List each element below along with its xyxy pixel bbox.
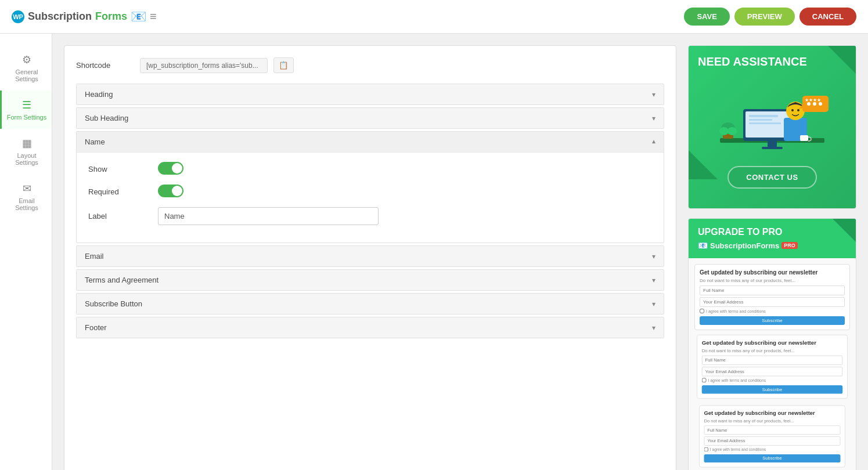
mini-form-2-subscribe-button[interactable]: Subscribe [702,385,843,394]
svg-rect-7 [762,147,783,149]
mini-form-2-title: Get updated by subscribing our newslette… [702,339,843,346]
logo: WP SubscriptionForms 📧 ≡ [12,9,157,24]
field-row-label: Label [88,207,652,225]
svg-rect-4 [749,119,772,121]
mini-form-2-terms-label: I agree with terms and conditions [708,378,766,382]
save-button[interactable]: SAVE [684,8,729,26]
mini-form-3-email-field[interactable] [704,436,841,446]
assistance-title: Need ASSISTANCE [698,55,847,68]
name-label-input[interactable] [158,207,379,225]
preview-button[interactable]: PREVIEW [734,8,795,26]
gear-icon: ⚙ [22,53,31,66]
sidebar-item-general[interactable]: ⚙ General Settings [0,45,52,91]
field-row-show: Show [88,162,652,176]
accordion-heading: Heading ▾ [76,84,664,105]
mini-form-2-terms-checkbox[interactable] [702,378,707,382]
mini-form-3-name-field[interactable] [704,425,841,435]
mini-form-1-terms-label: I agree with terms and conditions [706,309,766,313]
mini-form-2-checkbox-row: I agree with terms and conditions [702,378,843,382]
mini-form-2-email-field[interactable] [702,367,843,376]
accordion-subscribe-header[interactable]: Subscribe Button ▾ [77,294,664,314]
shortcode-input[interactable] [140,58,268,73]
required-toggle[interactable] [158,185,183,197]
svg-point-10 [791,109,794,111]
accordion-email-header[interactable]: Email ▾ [77,246,664,266]
main-content: Shortcode 📋 Heading ▾ Sub Heading ▾ [52,34,868,470]
accordion-subscribe-label: Subscribe Button [85,299,142,308]
form-icon: ☰ [22,99,31,111]
sidebar-item-label-layout: Layout Settings [6,152,47,166]
contact-us-button[interactable]: CONTACT US [727,166,816,189]
mini-form-2: Get updated by subscribing our newslette… [697,335,848,399]
mini-form-3-subtitle: Do not want to miss any of our products,… [704,418,841,423]
upgrade-logo-text: SubscriptionForms [710,241,779,250]
pro-badge: PRO [781,242,798,249]
chevron-down-icon: ▾ [652,300,655,308]
chevron-down-icon: ▾ [652,91,655,99]
mini-form-3: Get updated by subscribing our newslette… [699,405,845,467]
sidebar-item-layout[interactable]: ▦ Layout Settings [0,129,52,174]
logo-subscription: Subscription [28,10,92,23]
show-toggle-control [158,162,652,176]
copy-shortcode-button[interactable]: 📋 [273,57,294,73]
svg-point-11 [797,109,799,111]
sidebar-item-label-form: Form Settings [7,114,46,121]
shortcode-row: Shortcode 📋 [76,57,664,73]
mini-form-1-subtitle: Do not want to miss any of our products,… [700,278,845,283]
sidebar-item-form[interactable]: ☰ Form Settings [0,91,52,129]
cancel-button[interactable]: CANCEL [799,8,856,26]
svg-rect-6 [768,141,777,147]
assistance-svg: ★★★★ [708,71,836,158]
layout-icon: ▦ [22,137,32,150]
show-toggle[interactable] [158,162,183,175]
assistance-contact-row: CONTACT US [689,161,856,208]
show-label: Show [88,165,158,173]
app-layout: ⚙ General Settings ☰ Form Settings ▦ Lay… [0,34,868,470]
accordion-subscribe: Subscribe Button ▾ [76,293,664,314]
required-label: Required [88,187,158,196]
accordion-terms: Terms and Agreement ▾ [76,269,664,291]
mini-form-1-title: Get updated by subscribing our newslette… [700,269,845,276]
mini-form-3-subscribe-button[interactable]: Subscribe [704,454,841,462]
upgrade-card: UPGRADE TO PRO 📧 SubscriptionForms PRO G… [688,218,856,470]
svg-rect-22 [800,135,808,141]
menu-icon[interactable]: ≡ [150,10,157,23]
header-buttons: SAVE PREVIEW CANCEL [684,8,856,26]
mini-form-1-name-field[interactable] [700,285,845,295]
accordion-heading-header[interactable]: Heading ▾ [77,84,664,104]
sidebar-item-label-email: Email Settings [6,197,47,211]
accordion-footer: Footer ▾ [76,317,664,338]
accordion-footer-header[interactable]: Footer ▾ [77,317,664,338]
sidebar: ⚙ General Settings ☰ Form Settings ▦ Lay… [0,34,52,470]
mini-form-3-terms-checkbox[interactable] [704,447,709,452]
svg-rect-5 [749,122,781,124]
svg-point-21 [727,127,737,135]
shortcode-label: Shortcode [76,61,134,70]
mini-form-1: Get updated by subscribing our newslette… [694,264,850,330]
envelope-icon: 📧 [131,9,146,24]
mini-form-1-subscribe-button[interactable]: Subscribe [700,316,845,325]
chevron-down-icon: ▾ [652,324,655,332]
upgrade-title: UPGRADE TO PRO [698,227,847,237]
accordion-subheading-label: Sub Heading [85,114,128,122]
accordion-name: Name ▾ Show [76,131,664,243]
mini-form-1-terms-checkbox[interactable] [700,309,704,313]
chevron-up-icon: ▾ [652,138,655,146]
label-input-control [158,207,652,225]
email-icon: ✉ [23,182,31,195]
mini-form-2-name-field[interactable] [702,356,843,365]
accordion-email: Email ▾ [76,245,664,267]
accordion-terms-header[interactable]: Terms and Agreement ▾ [77,270,664,290]
accordion-footer-label: Footer [85,323,107,332]
accordion-heading-label: Heading [85,90,113,99]
sidebar-item-email[interactable]: ✉ Email Settings [0,174,52,219]
upgrade-header: UPGRADE TO PRO 📧 SubscriptionForms PRO [689,219,856,258]
accordion-name-header[interactable]: Name ▾ [77,132,664,152]
upgrade-preview-area: Get updated by subscribing our newslette… [689,258,856,470]
accordion-name-body: Show Required [77,152,664,243]
required-toggle-control [158,185,652,199]
mini-form-1-email-field[interactable] [700,297,845,307]
svg-rect-3 [749,115,778,117]
accordion-subheading-header[interactable]: Sub Heading ▾ [77,108,664,128]
right-panel: Need ASSISTANCE [688,45,856,470]
